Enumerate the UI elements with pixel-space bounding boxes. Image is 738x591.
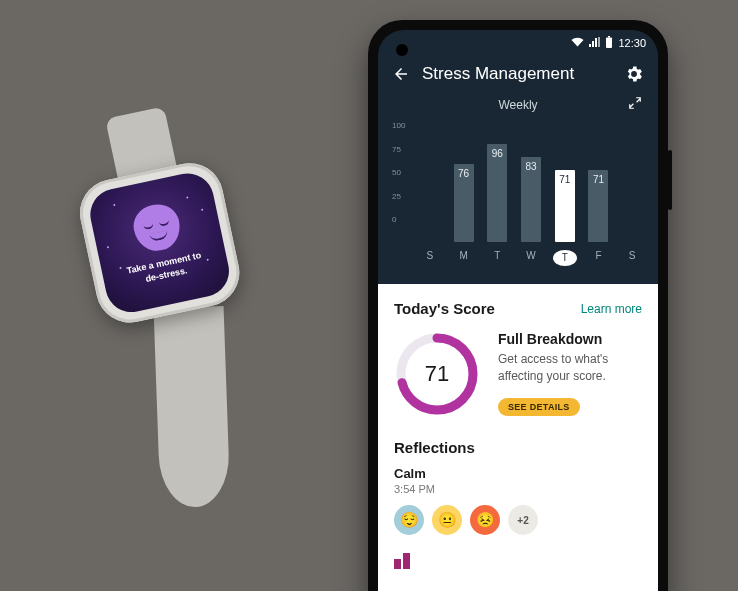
chart-bar[interactable]: 83 [519,140,543,242]
status-time: 12:30 [618,37,646,49]
watch-screen: Take a moment to de-stress. [86,169,234,317]
chart-bar[interactable]: 71 [587,140,611,242]
chart-x-axis: SMTWTFS [418,250,644,266]
svg-rect-1 [606,38,612,49]
reflection-time: 3:54 PM [394,483,642,495]
phone-screen: 12:30 Stress Management Weekly 100 75 [378,30,658,591]
back-button[interactable] [392,65,414,83]
settings-button[interactable] [622,64,644,84]
breakdown-body: Get access to what's affecting your scor… [498,351,642,386]
mood-row: 😌 😐 😣 +2 [394,505,642,535]
signal-icon [589,37,600,49]
chart-bar[interactable]: 71 [553,140,577,242]
chart-day-label[interactable]: F [587,250,611,266]
chart-day-label[interactable]: S [418,250,442,266]
chart-bar[interactable] [620,140,644,242]
front-camera [396,44,408,56]
reflections-heading: Reflections [394,439,642,456]
weekly-chart: Weekly 100 75 50 25 0 7696837171 SMTWTFS [378,98,658,284]
chart-day-label[interactable]: S [620,250,644,266]
mood-calm-icon[interactable]: 😌 [394,505,424,535]
section-icon [394,553,410,569]
wifi-icon [571,37,584,49]
reflection-mood-label: Calm [394,466,642,481]
chart-day-label[interactable]: W [519,250,543,266]
app-bar: Stress Management [378,54,658,98]
status-bar: 12:30 [378,30,658,54]
page-title: Stress Management [414,64,622,84]
chart-period-label[interactable]: Weekly [498,98,537,112]
mood-neutral-icon[interactable]: 😐 [432,505,462,535]
reflections-section: Reflections Calm 3:54 PM 😌 😐 😣 +2 [394,439,642,569]
watch-band [154,306,231,508]
todays-score-heading: Today's Score [394,300,495,317]
learn-more-link[interactable]: Learn more [581,302,642,316]
watch-body: Take a moment to de-stress. [74,157,246,329]
chart-day-label[interactable]: M [452,250,476,266]
breakdown-title: Full Breakdown [498,331,642,347]
mood-angry-icon[interactable]: 😣 [470,505,500,535]
content-panel: Today's Score Learn more 71 Full Breakdo… [378,284,658,591]
chart-y-axis: 100 75 50 25 0 [392,122,414,224]
chart-bars: 7696837171 [418,140,644,242]
next-section-peek [394,553,642,569]
score-ring: 71 [394,331,480,417]
chart-bar[interactable]: 96 [485,140,509,242]
see-details-button[interactable]: SEE DETAILS [498,398,580,416]
chart-bar[interactable]: 76 [452,140,476,242]
chart-day-label[interactable]: T [553,250,577,266]
svg-rect-0 [608,36,610,38]
score-value: 71 [394,331,480,417]
mood-more-button[interactable]: +2 [508,505,538,535]
smartwatch: Take a moment to de-stress. [33,121,297,439]
chart-bar[interactable] [418,140,442,242]
battery-icon [605,36,613,50]
phone-frame: 12:30 Stress Management Weekly 100 75 [368,20,668,591]
expand-icon[interactable] [628,96,642,114]
chart-day-label[interactable]: T [485,250,509,266]
